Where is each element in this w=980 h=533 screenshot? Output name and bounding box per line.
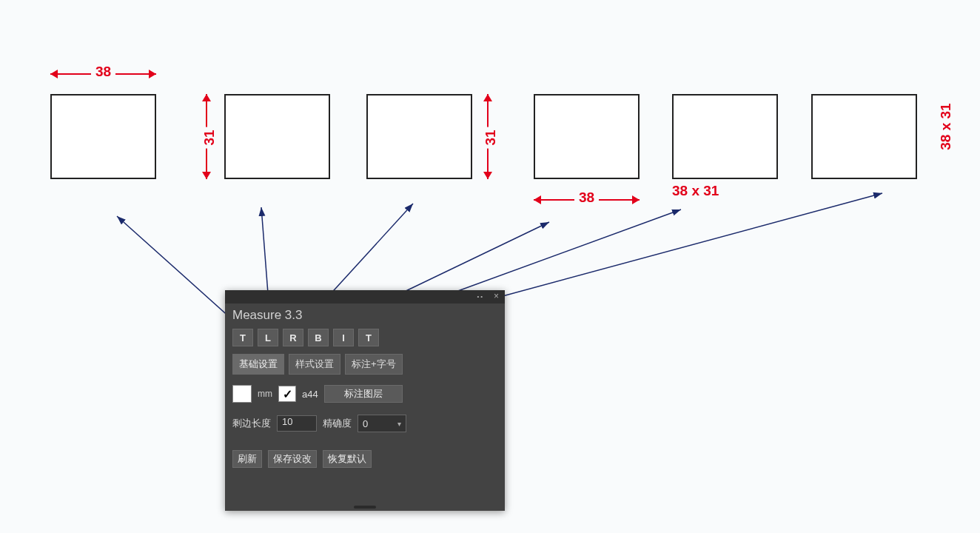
mode-left-button[interactable]: L	[258, 329, 278, 346]
rect-2	[224, 94, 330, 179]
dim-bottom-value: 38	[574, 190, 599, 205]
rect-1	[50, 94, 156, 179]
color-swatch[interactable]	[232, 385, 252, 403]
dim-top-value: 38	[91, 64, 115, 79]
measure-panel[interactable]: •• × Measure 3.3 T L R B I T 基础设置 样式设置 标…	[225, 290, 505, 511]
layer-button[interactable]: 标注图层	[324, 385, 403, 403]
mode-right-button[interactable]: R	[283, 329, 303, 346]
action-row: 刷新 保存设改 恢复默认	[225, 438, 505, 474]
canvas: 38 31 31 38 38 x 31 38 x 31	[0, 0, 980, 533]
precision-value: 0	[363, 418, 368, 429]
pt-checkbox[interactable]: ✓	[278, 386, 296, 402]
mode-button-row: T L R B I T	[225, 326, 505, 349]
save-button[interactable]: 保存设改	[268, 450, 317, 468]
dim-label-6: 38 x 31	[922, 118, 969, 135]
dim-label-5: 38 x 31	[672, 183, 719, 199]
mode-text-button[interactable]: T	[358, 329, 379, 346]
precision-select[interactable]: 0	[358, 415, 406, 432]
tab-style[interactable]: 样式设置	[289, 354, 340, 375]
rect-6	[811, 94, 917, 179]
dim-label5-value: 38 x 31	[672, 183, 719, 198]
dim-right-value: 31	[483, 127, 498, 148]
reset-button[interactable]: 恢复默认	[323, 450, 372, 468]
rect-3	[366, 94, 472, 179]
params-row: 剩边长度 10 精确度 0	[225, 409, 505, 438]
resize-grip[interactable]	[354, 506, 376, 509]
panel-header[interactable]: •• ×	[225, 290, 505, 304]
tab-basic[interactable]: 基础设置	[232, 354, 284, 375]
offset-label: 剩边长度	[232, 417, 271, 430]
mode-top-button[interactable]: T	[232, 329, 253, 346]
unit-label: mm	[258, 389, 272, 399]
refresh-button[interactable]: 刷新	[232, 450, 262, 468]
rect-5	[672, 94, 778, 179]
mode-info-button[interactable]: I	[333, 329, 354, 346]
unit-row: mm ✓ a44 标注图层	[225, 379, 505, 409]
panel-options-icon[interactable]: ••	[477, 293, 484, 300]
panel-title: Measure 3.3	[225, 304, 505, 326]
mode-bottom-button[interactable]: B	[308, 329, 329, 346]
precision-label: 精确度	[323, 417, 352, 430]
dim-label6-value: 38 x 31	[938, 103, 953, 150]
tab-row: 基础设置 样式设置 标注+字号	[225, 349, 505, 379]
tab-label[interactable]: 标注+字号	[345, 354, 403, 375]
rect-4	[534, 94, 640, 179]
pt-label: a44	[302, 389, 318, 400]
dim-left-value: 31	[201, 127, 217, 148]
close-icon[interactable]: ×	[494, 291, 499, 301]
offset-input[interactable]: 10	[277, 415, 317, 432]
